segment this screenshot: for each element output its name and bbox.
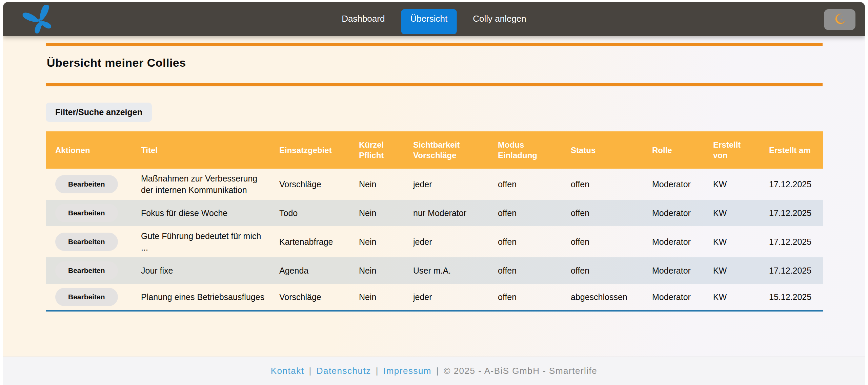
nav-item-dashboard[interactable]: Dashboard: [340, 9, 386, 28]
cell-einsatzgebiet: Kartenabfrage: [270, 226, 349, 257]
footer-separator: |: [376, 366, 379, 376]
cell-modus: offen: [488, 169, 561, 200]
cell-rolle: Moderator: [643, 226, 704, 257]
cell-titel: Gute Führung bedeutet für mich ...: [132, 226, 270, 257]
cell-titel: Planung eines Betriebsausfluges: [132, 284, 270, 311]
cell-titel: Maßnahmen zur Verbesserung der internen …: [132, 169, 270, 200]
cell-status: offen: [561, 200, 643, 226]
cell-einsatzgebiet: Agenda: [270, 257, 349, 284]
column-header-erstellt-am: Erstellt am: [760, 131, 823, 169]
cell-kuerzel-pflicht: Nein: [349, 169, 404, 200]
table-row: Bearbeiten Fokus für diese Woche Todo Ne…: [46, 200, 823, 226]
cell-kuerzel-pflicht: Nein: [349, 226, 404, 257]
cell-erstellt-von: KW: [704, 169, 760, 200]
footer-copyright: © 2025 - A-BiS GmbH - Smarterlife: [444, 366, 597, 376]
top-navbar: Dashboard Übersicht Colly anlegen: [3, 2, 865, 36]
collies-table: Aktionen Titel Einsatzgebiet Kürzel Pfli…: [46, 131, 823, 312]
cell-sichtbarkeit: nur Moderator: [404, 200, 488, 226]
edit-button[interactable]: Bearbeiten: [55, 175, 118, 193]
cell-erstellt-von: KW: [704, 284, 760, 311]
footer-separator: |: [436, 366, 439, 376]
main-content: Übersicht meiner Collies Filter/Suche an…: [3, 43, 865, 318]
cell-erstellt-am: 15.12.2025: [760, 284, 823, 311]
column-header-titel: Titel: [132, 131, 270, 169]
nav-item-colly-anlegen[interactable]: Colly anlegen: [471, 9, 528, 28]
cell-modus: offen: [488, 226, 561, 257]
column-header-erstellt-von: Erstellt von: [704, 131, 760, 169]
cell-rolle: Moderator: [643, 200, 704, 226]
title-divider-top: [46, 43, 823, 46]
cell-sichtbarkeit: jeder: [404, 284, 488, 311]
cell-modus: offen: [488, 200, 561, 226]
title-divider-bottom: [46, 83, 823, 86]
cell-einsatzgebiet: Vorschläge: [270, 284, 349, 311]
cell-kuerzel-pflicht: Nein: [349, 257, 404, 284]
page-footer: Kontakt | Datenschutz | Impressum | © 20…: [3, 357, 865, 385]
page-title: Übersicht meiner Collies: [47, 56, 823, 69]
moon-icon: [833, 13, 847, 27]
filter-search-toggle-button[interactable]: Filter/Suche anzeigen: [46, 103, 152, 122]
cell-sichtbarkeit: jeder: [404, 169, 488, 200]
cell-rolle: Moderator: [643, 169, 704, 200]
edit-button[interactable]: Bearbeiten: [55, 261, 118, 280]
column-header-status: Status: [561, 131, 643, 169]
app-window: Dashboard Übersicht Colly anlegen Übersi…: [3, 2, 865, 385]
footer-separator: |: [309, 366, 311, 376]
footer-link-kontakt[interactable]: Kontakt: [271, 366, 304, 376]
cell-erstellt-von: KW: [704, 257, 760, 284]
table-row: Bearbeiten Planung eines Betriebsausflug…: [46, 284, 823, 311]
nav-item-uebersicht[interactable]: Übersicht: [401, 9, 457, 34]
table-row: Bearbeiten Gute Führung bedeutet für mic…: [46, 226, 823, 257]
cell-titel: Fokus für diese Woche: [132, 200, 270, 226]
table-row: Bearbeiten Maßnahmen zur Verbesserung de…: [46, 169, 823, 200]
cell-erstellt-am: 17.12.2025: [760, 200, 823, 226]
column-header-kuerzel-pflicht: Kürzel Pflicht: [349, 131, 404, 169]
column-header-modus-einladung: Modus Einladung: [488, 131, 561, 169]
cell-einsatzgebiet: Todo: [270, 200, 349, 226]
column-header-sichtbarkeit-vorschlaege: Sichtbarkeit Vorschläge: [404, 131, 488, 169]
cell-status: offen: [561, 226, 643, 257]
edit-button[interactable]: Bearbeiten: [55, 233, 118, 251]
main-navigation: Dashboard Übersicht Colly anlegen: [340, 9, 528, 34]
cell-rolle: Moderator: [643, 257, 704, 284]
edit-button[interactable]: Bearbeiten: [55, 204, 118, 222]
table-header: Aktionen Titel Einsatzgebiet Kürzel Pfli…: [46, 131, 823, 169]
column-header-aktionen: Aktionen: [46, 131, 132, 169]
cell-erstellt-am: 17.12.2025: [760, 169, 823, 200]
edit-button[interactable]: Bearbeiten: [55, 288, 118, 306]
cell-modus: offen: [488, 257, 561, 284]
cell-sichtbarkeit: jeder: [404, 226, 488, 257]
cell-titel: Jour fixe: [132, 257, 270, 284]
cell-status: abgeschlossen: [561, 284, 643, 311]
table-row: Bearbeiten Jour fixe Agenda Nein User m.…: [46, 257, 823, 284]
cell-kuerzel-pflicht: Nein: [349, 284, 404, 311]
cell-status: offen: [561, 257, 643, 284]
theme-toggle-button[interactable]: [824, 9, 855, 30]
footer-link-impressum[interactable]: Impressum: [383, 366, 431, 376]
cell-erstellt-am: 17.12.2025: [760, 226, 823, 257]
cell-erstellt-von: KW: [704, 226, 760, 257]
cell-kuerzel-pflicht: Nein: [349, 200, 404, 226]
cell-erstellt-von: KW: [704, 200, 760, 226]
butterfly-logo-icon: [21, 5, 58, 35]
cell-erstellt-am: 17.12.2025: [760, 257, 823, 284]
column-header-einsatzgebiet: Einsatzgebiet: [270, 131, 349, 169]
column-header-rolle: Rolle: [643, 131, 704, 169]
cell-rolle: Moderator: [643, 284, 704, 311]
cell-status: offen: [561, 169, 643, 200]
cell-sichtbarkeit: User m.A.: [404, 257, 488, 284]
cell-einsatzgebiet: Vorschläge: [270, 169, 349, 200]
footer-link-datenschutz[interactable]: Datenschutz: [317, 366, 371, 376]
cell-modus: offen: [488, 284, 561, 311]
